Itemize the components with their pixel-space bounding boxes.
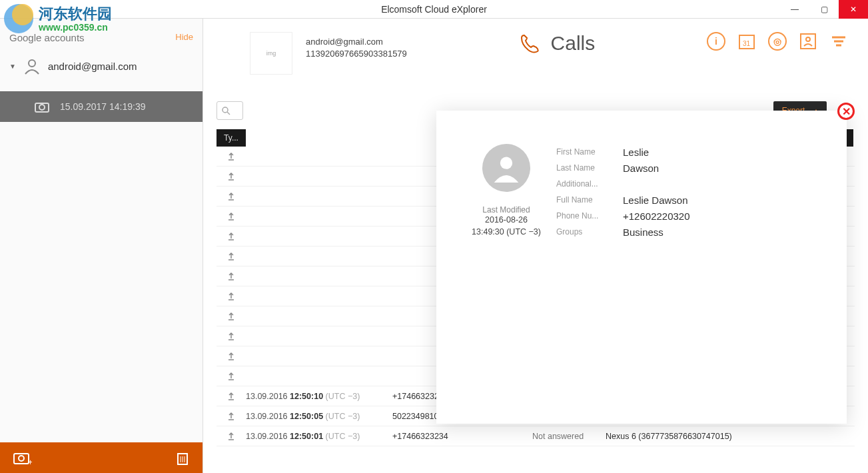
phone-label: Phone Nu...: [556, 208, 623, 224]
sidebar: Google accounts Hide ▼ android@gmail.com…: [0, 19, 203, 473]
last-name-label: Last Name: [556, 160, 623, 176]
call-direction-icon: [217, 272, 246, 281]
content-area: img android@gmail.com 113920697665903381…: [203, 19, 868, 473]
call-direction-icon: [217, 172, 246, 181]
svg-text:+: +: [28, 458, 32, 465]
svg-point-18: [806, 37, 810, 41]
svg-point-22: [222, 107, 228, 113]
filter-lines-icon[interactable]: [829, 32, 848, 51]
date-cell: 13.09.2016 12:50:01 (UTC −3): [246, 432, 392, 441]
target-icon[interactable]: ◎: [768, 32, 787, 51]
modal-close-button[interactable]: ✕: [837, 103, 855, 120]
last-modified-time: 13:49:30 (UTC −3): [456, 227, 556, 238]
svg-point-8: [19, 456, 24, 461]
last-modified-date: 2016-08-26: [456, 215, 556, 227]
contacts-icon[interactable]: [799, 32, 817, 51]
call-direction-icon: [217, 312, 246, 321]
groups-value: Business: [623, 224, 827, 240]
account-thumbnail: img: [250, 32, 292, 75]
svg-point-24: [500, 157, 512, 169]
contact-detail-modal: ✕ Last Modified 2016-08-26 13:49:30 (UTC…: [436, 111, 847, 424]
svg-line-23: [227, 112, 230, 115]
device-cell: Nexus 6 (3677735876630747015): [599, 432, 855, 441]
svg-point-6: [39, 105, 45, 110]
call-direction-icon: [217, 332, 246, 341]
titlebar: Elcomsoft Cloud eXplorer ― ▢ ✕: [0, 0, 868, 19]
sidebar-hide-link[interactable]: Hide: [175, 32, 193, 43]
account-uid: 113920697665903381579: [306, 48, 407, 60]
add-snapshot-icon[interactable]: +: [13, 450, 32, 465]
last-modified-label: Last Modified: [456, 205, 556, 215]
full-name-label: Full Name: [556, 192, 623, 208]
additional-value: [623, 176, 827, 192]
call-direction-icon: [217, 152, 246, 161]
window-title: Elcomsoft Cloud eXplorer: [0, 4, 868, 15]
table-row[interactable]: 13.09.2016 12:50:01 (UTC −3)+17466323234…: [217, 426, 855, 446]
call-direction-icon: [217, 212, 246, 221]
call-direction-icon: [217, 292, 246, 301]
account-email: android@gmail.com: [306, 36, 407, 48]
minimize-button[interactable]: ―: [780, 0, 809, 19]
call-direction-icon: [217, 432, 246, 441]
phone-value: +12602220320: [623, 208, 827, 224]
status-cell: Not answered: [532, 432, 599, 441]
person-icon: [23, 57, 41, 75]
chevron-down-icon: ▼: [9, 63, 16, 70]
info-icon[interactable]: i: [707, 32, 725, 51]
last-name-value: Dawson: [623, 160, 827, 176]
account-header: img android@gmail.com 113920697665903381…: [203, 19, 868, 99]
svg-point-4: [29, 60, 35, 67]
sidebar-account-row[interactable]: ▼ android@gmail.com: [0, 50, 203, 82]
sidebar-heading: Google accounts: [9, 32, 85, 43]
date-cell: 13.09.2016 12:50:10 (UTC −3): [246, 392, 392, 401]
sidebar-snapshot-row[interactable]: 15.09.2017 14:19:39: [0, 91, 203, 122]
call-direction-icon: [217, 392, 246, 401]
call-direction-icon: [217, 252, 246, 261]
col-type[interactable]: Ty...: [217, 129, 246, 147]
full-name-value: Leslie Dawson: [623, 192, 827, 208]
section-title: Calls: [551, 32, 596, 55]
close-button[interactable]: ✕: [839, 0, 868, 19]
date-cell: 13.09.2016 12:50:05 (UTC −3): [246, 412, 392, 421]
first-name-value: Leslie: [623, 144, 827, 160]
sidebar-bottom-bar: +: [0, 442, 203, 473]
phone-icon: [519, 33, 540, 54]
search-icon: [221, 106, 230, 115]
contact-avatar: [482, 144, 530, 192]
trash-icon[interactable]: [176, 450, 189, 465]
sidebar-account-label: android@gmail.com: [48, 61, 137, 72]
call-direction-icon: [217, 352, 246, 361]
search-box[interactable]: [217, 101, 243, 120]
svg-text:31: 31: [743, 40, 751, 47]
call-direction-icon: [217, 232, 246, 241]
additional-label: Additional...: [556, 176, 623, 192]
party-cell: +17466323234: [392, 432, 532, 441]
call-direction-icon: [217, 372, 246, 381]
call-direction-icon: [217, 192, 246, 201]
call-direction-icon: [217, 412, 246, 421]
camera-icon: [35, 101, 49, 113]
first-name-label: First Name: [556, 144, 623, 160]
calendar-icon[interactable]: 31: [737, 32, 756, 51]
groups-label: Groups: [556, 224, 623, 240]
snapshot-timestamp: 15.09.2017 14:19:39: [60, 101, 145, 112]
maximize-button[interactable]: ▢: [809, 0, 839, 19]
